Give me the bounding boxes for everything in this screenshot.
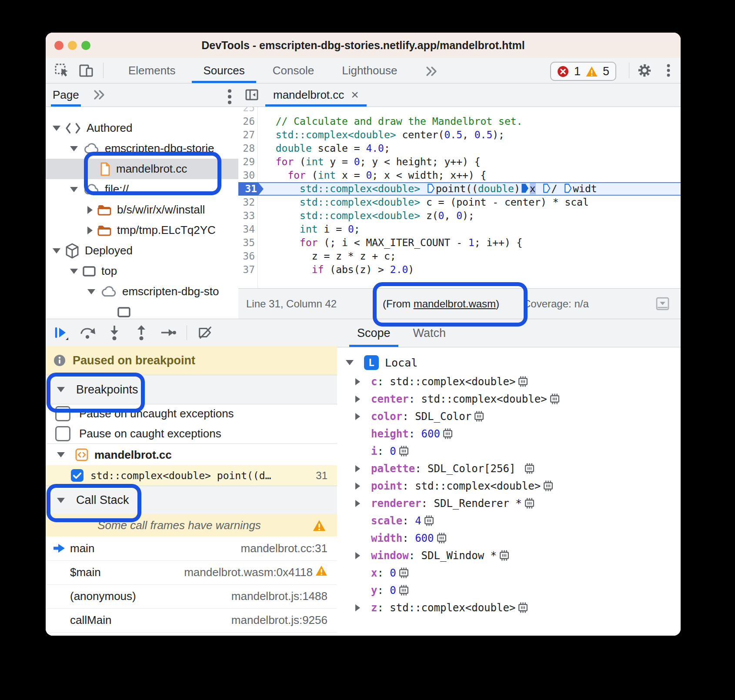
wasm-link[interactable]: mandelbrot.wasm	[414, 298, 496, 310]
code-line-37[interactable]: 37 if (abs(z) > 2.0)	[238, 263, 681, 277]
callstack-section-header[interactable]: Call Stack	[46, 486, 337, 515]
callstack-frame-$main[interactable]: $mainmandelbrot.wasm:0x4118	[46, 560, 337, 585]
tab-lighthouse[interactable]: Lighthouse	[328, 58, 411, 83]
local-scope-header[interactable]: L Local	[346, 354, 418, 371]
step-out-button[interactable]	[133, 324, 150, 341]
breakpoints-section-header[interactable]: Breakpoints	[46, 375, 337, 404]
issues-badge[interactable]: 1 5	[550, 62, 616, 81]
chevron-right-icon[interactable]	[87, 227, 93, 234]
line-number[interactable]: 32	[238, 196, 255, 209]
checkbox-unchecked[interactable]	[55, 426, 70, 441]
memory-inspector-icon[interactable]	[549, 393, 561, 410]
variable-row-c[interactable]: c: std::complex<double>	[337, 373, 681, 390]
code-line-26[interactable]: 26 // Calculate and draw the Mandelbrot …	[238, 115, 681, 128]
variable-row-z[interactable]: z: std::complex<double>	[337, 599, 681, 617]
line-number[interactable]: 30	[238, 169, 255, 182]
breakpoint-entry[interactable]: std::complex<double> point((d… 31	[46, 465, 337, 486]
step-location-icon[interactable]	[427, 183, 435, 196]
code-line-31[interactable]: 31 std::complex<double> point((double)x …	[238, 182, 681, 196]
memory-inspector-icon[interactable]	[423, 514, 435, 532]
settings-gear-icon[interactable]	[637, 63, 652, 78]
tree-row-b-s-w-ir-x-w-install[interactable]: b/s/w/ir/x/w/install	[46, 200, 238, 220]
more-panels-icon[interactable]	[411, 58, 452, 83]
chevron-down-icon[interactable]	[70, 269, 78, 274]
chevron-right-icon[interactable]	[355, 465, 360, 472]
memory-inspector-icon[interactable]	[498, 549, 510, 567]
step-into-button[interactable]	[106, 324, 123, 341]
memory-inspector-icon[interactable]	[398, 584, 410, 601]
memory-inspector-icon[interactable]	[442, 427, 454, 445]
line-number[interactable]: 36	[238, 250, 255, 263]
tree-row-emscripten-dbg-sto[interactable]: emscripten-dbg-sto	[46, 281, 238, 302]
line-number[interactable]: 35	[238, 236, 255, 250]
memory-inspector-icon[interactable]	[517, 375, 529, 393]
line-number[interactable]: 37	[238, 263, 255, 277]
code-line-32[interactable]: 32 std::complex<double> c = (point - cen…	[238, 196, 681, 209]
code-line-30[interactable]: 30 for (int x = 0; x < width; x++) {	[238, 169, 681, 182]
chevron-right-icon[interactable]	[355, 483, 360, 490]
tab-console[interactable]: Console	[259, 58, 328, 83]
chevron-right-icon[interactable]	[355, 552, 360, 559]
variable-row-x[interactable]: x: 0	[337, 564, 681, 582]
variable-row-scale[interactable]: scale: 4	[337, 512, 681, 530]
variable-row-palette[interactable]: palette: SDL_Color[256]	[337, 460, 681, 477]
tab-mandelbrot-cc[interactable]: mandelbrot.cc ×	[265, 83, 367, 107]
tab-sources[interactable]: Sources	[189, 58, 258, 83]
variable-row-center[interactable]: center: std::complex<double>	[337, 390, 681, 408]
deactivate-breakpoints-button[interactable]	[197, 324, 214, 341]
callstack-frame--anonymous-[interactable]: (anonymous)mandelbrot.js:1488	[46, 584, 337, 609]
tab-watch[interactable]: Watch	[405, 319, 454, 347]
variable-row-renderer[interactable]: renderer: SDL_Renderer *	[337, 495, 681, 512]
tab-scope[interactable]: Scope	[349, 319, 398, 347]
chevron-right-icon[interactable]	[87, 206, 93, 214]
code-line-25[interactable]: 25	[238, 107, 681, 115]
code-line-34[interactable]: 34 int i = 0;	[238, 223, 681, 236]
inspect-element-icon[interactable]	[54, 63, 69, 78]
kebab-menu-icon[interactable]	[666, 63, 671, 78]
memory-inspector-icon[interactable]	[473, 410, 485, 427]
exception-toggle-row[interactable]: Pause on uncaught exceptions	[46, 403, 337, 423]
variable-row-color[interactable]: color: SDL_Color	[337, 408, 681, 425]
pretty-print-icon[interactable]	[656, 297, 669, 310]
code-line-33[interactable]: 33 std::complex<double> z(0, 0);	[238, 209, 681, 223]
code-line-29[interactable]: 29 for (int y = 0; y < height; y++) {	[238, 155, 681, 169]
step-over-button[interactable]	[79, 324, 96, 341]
checkbox-unchecked[interactable]	[55, 406, 70, 421]
code-line-35[interactable]: 35 for (; i < MAX_ITER_COUNT - 1; i++) {	[238, 236, 681, 250]
code-line-28[interactable]: 28 double scale = 4.0;	[238, 142, 681, 155]
close-window-button[interactable]	[54, 41, 63, 50]
active-step-location-icon[interactable]	[521, 183, 529, 196]
line-number[interactable]: 27	[238, 128, 255, 142]
chevron-right-icon[interactable]	[355, 413, 360, 420]
chevron-right-icon[interactable]	[355, 500, 360, 507]
line-number[interactable]: 33	[238, 209, 255, 223]
chevron-down-icon[interactable]	[53, 126, 60, 131]
code-line-27[interactable]: 27 std::complex<double> center(0.5, 0.5)…	[238, 128, 681, 142]
callstack-frame-main[interactable]: mainmandelbrot.cc:31	[46, 537, 337, 561]
memory-inspector-icon[interactable]	[436, 532, 448, 549]
zoom-window-button[interactable]	[81, 41, 90, 50]
memory-inspector-icon[interactable]	[398, 567, 410, 584]
chevron-right-icon[interactable]	[355, 604, 360, 611]
line-number[interactable]: 34	[238, 223, 255, 236]
chevron-down-icon[interactable]	[87, 289, 95, 294]
tree-row-top[interactable]: top	[46, 261, 238, 281]
memory-inspector-icon[interactable]	[542, 480, 554, 497]
tree-row-file-[interactable]: file://	[46, 179, 238, 200]
tree-row-authored[interactable]: Authored	[46, 118, 238, 138]
memory-inspector-icon[interactable]	[524, 462, 535, 480]
device-toolbar-icon[interactable]	[79, 63, 94, 78]
breakpoint-file-group[interactable]: mandelbrot.cc	[46, 444, 337, 465]
minimize-window-button[interactable]	[68, 41, 77, 50]
callstack-frame-callmain[interactable]: callMainmandelbrot.js:9256	[46, 608, 337, 633]
variable-row-i[interactable]: i: 0	[337, 443, 681, 460]
more-tabs-icon[interactable]	[93, 89, 106, 100]
sidebar-kebab-menu-icon[interactable]	[227, 88, 232, 103]
tree-row-emscripten-dbg-storie[interactable]: emscripten-dbg-storie	[46, 138, 238, 159]
line-number[interactable]: 29	[238, 155, 255, 169]
tree-row-partial[interactable]	[46, 302, 238, 319]
tree-row-deployed[interactable]: Deployed	[46, 240, 238, 261]
chevron-down-icon[interactable]	[70, 146, 78, 151]
code-area[interactable]: 2526 // Calculate and draw the Mandelbro…	[238, 107, 681, 289]
chevron-right-icon[interactable]	[355, 378, 360, 385]
